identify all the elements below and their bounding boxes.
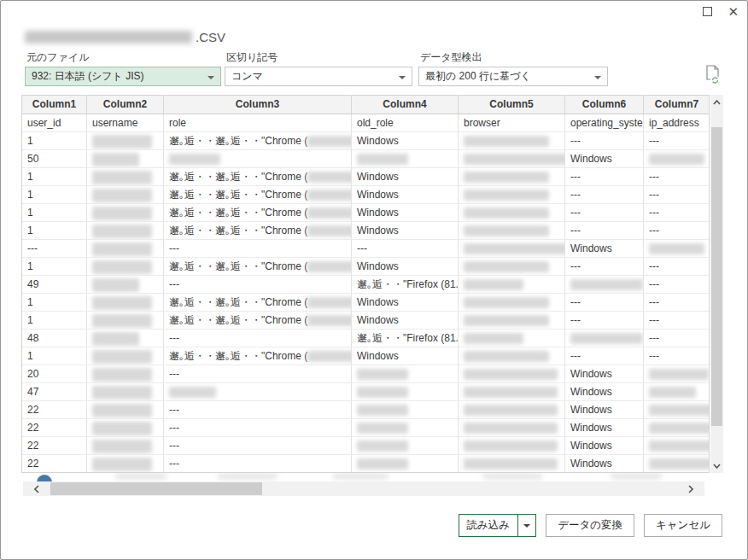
redacted-text <box>218 474 278 479</box>
table-cell <box>459 168 565 185</box>
table-cell <box>87 204 164 221</box>
chevron-left-icon[interactable] <box>30 481 44 496</box>
chevron-up-icon[interactable] <box>710 95 723 109</box>
cell-text: 22 <box>27 458 38 470</box>
table-cell <box>87 240 164 257</box>
cell-text: 邂｡逅・・邂｡逅・・"Chrome ( <box>169 350 307 362</box>
table-cell: --- <box>164 437 352 454</box>
table-cell: --- <box>164 276 352 293</box>
cell-text: Windows <box>570 242 612 254</box>
redacted-text <box>307 136 352 147</box>
horizontal-scrollbar[interactable] <box>23 481 704 496</box>
table-row: 1邂｡逅・・邂｡逅・・"Chrome ("Windows------ <box>22 312 709 330</box>
table-row: 1邂｡逅・・邂｡逅・・"Chrome ("Windows------ <box>22 168 709 186</box>
redacted-text <box>464 279 523 290</box>
redacted-text <box>307 207 352 219</box>
cell-text: --- <box>570 296 581 308</box>
redacted-text <box>357 387 408 398</box>
refresh-file-icon[interactable] <box>704 64 722 90</box>
table-cell <box>352 383 459 400</box>
table-cell <box>459 437 565 454</box>
chevron-down-icon <box>207 76 214 79</box>
table-row: 47Windows <box>22 383 709 401</box>
delimiter-label: 区切り記号 <box>226 50 278 65</box>
table-cell: --- <box>164 419 352 436</box>
redacted-text <box>92 440 152 453</box>
redacted-text <box>92 260 152 274</box>
vertical-scrollbar-thumb[interactable] <box>711 127 722 426</box>
vertical-scrollbar[interactable] <box>710 95 723 473</box>
cell-text: 邂｡逅・・"Firefox (81.0)" <box>357 332 459 344</box>
table-cell: --- <box>565 168 644 185</box>
maximize-icon[interactable] <box>703 7 712 16</box>
table-cell: Windows <box>352 294 459 311</box>
table-cell: Windows <box>352 204 459 221</box>
file-origin-dropdown[interactable]: 932: 日本語 (シフト JIS) <box>25 67 221 86</box>
horizontal-scrollbar-thumb[interactable] <box>50 482 262 495</box>
chevron-right-icon[interactable] <box>684 481 698 496</box>
cell-text: Windows <box>357 314 399 326</box>
table-cell <box>352 401 459 418</box>
redacted-text <box>464 315 549 326</box>
redacted-text <box>92 296 152 310</box>
cell-text: --- <box>649 260 659 272</box>
load-dropdown-button[interactable] <box>517 515 535 536</box>
cell-text: 邂｡逅・・邂｡逅・・"Chrome ( <box>169 225 307 236</box>
field-name-cell: browser <box>459 114 565 131</box>
table-cell: Windows <box>352 186 459 203</box>
table-cell: 50 <box>22 150 87 167</box>
table-cell: --- <box>644 258 710 275</box>
table-row: 22---Windows <box>22 419 709 437</box>
table-cell <box>87 312 164 329</box>
cell-text: --- <box>649 296 659 308</box>
cell-text: 1 <box>27 207 33 219</box>
table-cell <box>87 383 164 400</box>
redacted-text <box>464 243 565 254</box>
load-split-button[interactable]: 読み込み <box>459 514 537 537</box>
redacted-text <box>482 474 542 479</box>
data-preview-table: Column1Column2Column3Column4Column5Colum… <box>21 95 710 473</box>
redacted-text <box>307 315 352 326</box>
delimiter-dropdown[interactable]: コンマ <box>225 67 412 86</box>
cancel-button[interactable]: キャンセル <box>644 514 722 537</box>
table-cell: 邂｡逅・・邂｡逅・・"Chrome (" <box>164 347 352 365</box>
cell-text: Windows <box>570 440 612 452</box>
table-row: 1邂｡逅・・邂｡逅・・"Chrome ("Windows------ <box>22 258 709 276</box>
cell-text: 邂｡逅・・邂｡逅・・"Chrome ( <box>169 171 307 183</box>
field-name-cell: operating_system <box>565 114 644 131</box>
table-cell <box>459 455 565 472</box>
close-icon[interactable]: ✕ <box>728 5 739 18</box>
table-cell <box>87 347 164 365</box>
table-cell: 49 <box>22 276 87 293</box>
transform-data-button[interactable]: データの変換 <box>546 514 634 537</box>
redacted-text <box>92 225 152 238</box>
redacted-text <box>307 172 352 183</box>
table-cell: 1 <box>22 132 87 149</box>
table-cell: --- <box>644 294 710 311</box>
redacted-text <box>307 225 352 236</box>
table-cell <box>565 330 644 347</box>
cell-text: 邂｡逅・・"Firefox (81.0)" <box>357 278 459 290</box>
cell-text: Windows <box>570 422 612 434</box>
table-cell: 1 <box>22 294 87 311</box>
table-cell <box>459 312 565 329</box>
table-cell <box>87 401 164 418</box>
redacted-text <box>92 386 152 400</box>
table-cell <box>459 401 565 418</box>
chevron-down-icon[interactable] <box>710 458 723 473</box>
table-row: ---------Windows <box>22 240 709 258</box>
table-cell <box>459 150 565 167</box>
table-cell <box>459 258 565 275</box>
load-button[interactable]: 読み込み <box>459 515 518 536</box>
redacted-filename <box>25 31 192 44</box>
redacted-text <box>649 440 710 452</box>
redacted-text <box>357 369 408 380</box>
type-detection-dropdown[interactable]: 最初の 200 行に基づく <box>418 67 608 86</box>
redacted-text <box>307 261 352 272</box>
redacted-text <box>92 350 152 364</box>
column-header-column3: Column3 <box>164 96 352 114</box>
table-cell <box>644 437 710 454</box>
table-row: 49---邂｡逅・・"Firefox (81.0)"--- <box>22 276 709 294</box>
table-cell <box>459 383 565 400</box>
table-cell: 邂｡逅・・邂｡逅・・"Chrome (" <box>164 186 352 203</box>
